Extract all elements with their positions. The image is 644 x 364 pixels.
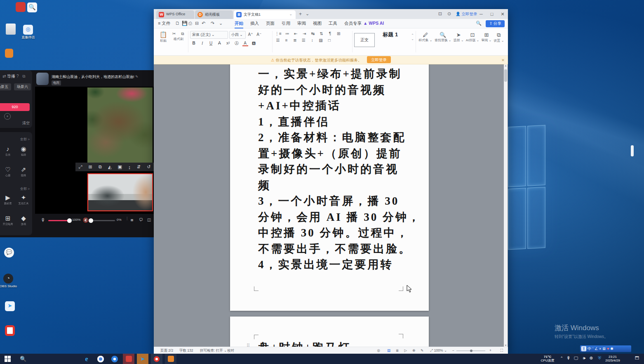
highlight-button[interactable]: Ⓐ xyxy=(234,40,240,46)
more-panel-icon[interactable]: ◫ xyxy=(147,217,151,222)
text-direction-button[interactable]: ↹ xyxy=(310,31,316,36)
tool-interactive[interactable]: ✦ 互动工具 xyxy=(16,194,31,206)
redo-icon[interactable]: ↷ xyxy=(211,21,214,26)
ime-chinese-mode-icon[interactable]: 中 xyxy=(588,346,591,352)
start-button[interactable] xyxy=(2,354,13,364)
fit-page-icon[interactable]: ⤢ xyxy=(430,347,433,354)
shading-button[interactable]: ▨ xyxy=(318,38,324,43)
taskbar-live-companion-active[interactable]: ➤ xyxy=(137,354,148,364)
edit-mode-icon[interactable]: ✎ xyxy=(421,347,423,354)
decrease-font-icon[interactable]: A⁻ xyxy=(256,32,262,37)
zoom-slider[interactable] xyxy=(456,350,485,351)
zoom-out-button[interactable]: − xyxy=(452,347,454,354)
taskbar-browser-blue[interactable] xyxy=(109,354,120,364)
video-source-outdoor[interactable] xyxy=(87,87,153,164)
help-icon[interactable]: ? xyxy=(16,74,19,78)
show-marks-button[interactable]: ¶ xyxy=(327,31,333,36)
ime-punctuation-icon[interactable]: ’ xyxy=(592,347,593,351)
desktop-icon-live-companion[interactable]: ◎ 直播伴侣 xyxy=(15,25,41,39)
microphone-icon[interactable]: 🎙 xyxy=(41,217,45,222)
undo-icon[interactable]: ↶ xyxy=(202,21,205,26)
mirror-icon[interactable]: ⇵ xyxy=(137,164,141,170)
tool-luckybag[interactable]: ◉ 福袋 xyxy=(16,145,31,157)
menu-tab-insert[interactable]: 插入 xyxy=(250,21,259,26)
taskbar-orange-app-running[interactable] xyxy=(165,354,176,364)
print-icon[interactable]: ⎙ xyxy=(188,21,192,26)
menu-tab-tools[interactable]: 工具 xyxy=(329,21,337,26)
status-spellcheck[interactable]: 拼写检查: 打开 ⌄ xyxy=(200,347,227,354)
underline-button[interactable]: U xyxy=(208,41,214,45)
tool-wish[interactable]: ♡ 心愿 xyxy=(1,166,15,177)
tool-media-library[interactable]: ▶ 素材库 xyxy=(1,194,15,206)
tool-game[interactable]: ◆ 游戏 xyxy=(16,215,31,226)
align-center-button[interactable]: ≡ xyxy=(284,38,289,43)
status-words[interactable]: 字数 132 xyxy=(179,347,193,354)
review-button[interactable]: ⊞ 审阅 ⌄ xyxy=(481,32,491,43)
align-right-button[interactable]: ≣ xyxy=(292,38,298,43)
bold-button[interactable]: B xyxy=(191,41,197,45)
font-name-combo[interactable]: 宋体 (正文) ⌄ xyxy=(190,31,228,39)
desktop-icon-search-app[interactable]: 🔍 xyxy=(19,2,45,13)
menu-tab-home[interactable]: 开始 xyxy=(235,21,243,28)
view-web-icon[interactable]: ⊕ xyxy=(412,347,415,354)
notice-login-button[interactable]: 立即登录 xyxy=(367,56,391,63)
document-area[interactable]: 一，实景+绿布+提前录制 好的一个小时的音视频 +AI+中控插话 1，直播伴侣 … xyxy=(154,64,508,347)
sidebar-handle[interactable] xyxy=(631,145,634,156)
tray-network-icon[interactable]: ⊕ xyxy=(590,356,593,360)
video-source-indoor-selected[interactable] xyxy=(87,173,153,211)
save-icon[interactable]: 💾 xyxy=(182,21,188,26)
status-proofread[interactable]: 校对 xyxy=(227,347,234,354)
share-button[interactable]: ⇪ 分享 xyxy=(486,20,505,27)
line-spacing-button[interactable]: ↕ xyxy=(309,38,315,43)
new-doc-icon[interactable]: 🗋 xyxy=(175,21,180,26)
view-outline-icon[interactable]: ≣ xyxy=(396,347,399,354)
tools-more-link-1[interactable]: 全部 > xyxy=(20,137,30,142)
font-color-button[interactable]: A xyxy=(242,41,248,46)
desktop-icon-blue-arrow-app[interactable]: ➤ xyxy=(0,301,23,312)
preview-icon[interactable]: ⊟ xyxy=(195,21,199,26)
close-button[interactable]: ✕ xyxy=(497,9,508,19)
tab-list-button[interactable]: ⌄ xyxy=(306,11,309,17)
document-page-1[interactable]: 一，实景+绿布+提前录制 好的一个小时的音视频 +AI+中控插话 1，直播伴侣 … xyxy=(230,64,429,311)
rotate-icon[interactable]: ↺ xyxy=(147,164,150,170)
zoom-in-button[interactable]: + xyxy=(489,347,491,354)
justify-button[interactable]: ☰ xyxy=(301,38,306,43)
crop-icon[interactable]: ▣ xyxy=(118,164,122,170)
italic-button[interactable]: I xyxy=(200,41,205,45)
tool-boost[interactable]: ⇗ 助推 xyxy=(16,166,31,177)
layout-toggle-icon[interactable]: ⊡ xyxy=(438,11,442,17)
scene-tab-6[interactable]: 场景六 xyxy=(14,83,31,90)
paragraph-drag-handle[interactable]: ⠿ xyxy=(247,343,250,347)
styles-scroll-up[interactable]: ⌃⌄ xyxy=(411,33,414,41)
scene-tab-5[interactable]: 场景五 xyxy=(0,83,11,90)
speaker-muted-icon[interactable]: 🔇 xyxy=(83,217,89,223)
tool-music[interactable]: ♪ 音乐 xyxy=(1,145,15,157)
align-left-button[interactable]: ☰ xyxy=(275,38,281,43)
strikethrough-button[interactable]: A xyxy=(216,41,222,45)
ime-settings-icon[interactable]: ✱ xyxy=(610,347,613,351)
copy-button[interactable]: ⧉ xyxy=(180,31,186,36)
fullscreen-toggle-icon[interactable]: ⛶ xyxy=(501,347,503,354)
settings-gear-icon[interactable]: ⊙ xyxy=(447,11,451,17)
cpu-temp-widget[interactable]: 71°C CPU温度 xyxy=(539,355,556,362)
taskbar-search-button[interactable]: 🔍 xyxy=(17,354,29,364)
ribbon-search-icon[interactable]: 🔍 xyxy=(476,21,482,26)
expand-icon[interactable]: ⧉ xyxy=(22,74,25,78)
scene-badge[interactable]: 920 xyxy=(0,103,30,111)
grid-icon[interactable]: ⊞ xyxy=(89,164,92,170)
style-heading1[interactable]: 标题 1 xyxy=(376,31,405,38)
tab-menu-chevron[interactable]: ⌄ xyxy=(289,12,292,16)
titlebar-login-link[interactable]: 👤 立即登录 xyxy=(456,12,477,17)
char-shading-button[interactable]: 🅰 xyxy=(251,41,256,46)
taskbar-edge[interactable]: e xyxy=(81,354,92,364)
swap-icon[interactable]: ⇄ xyxy=(2,74,6,78)
tray-microphone-icon[interactable]: 🎙 xyxy=(566,356,571,360)
mic-volume-slider[interactable] xyxy=(48,220,70,221)
taskbar-red-o-app-running[interactable] xyxy=(151,354,162,364)
desktop-icon-orange-app[interactable] xyxy=(0,49,22,59)
zoom-value[interactable]: 100% ⌄ xyxy=(434,347,447,354)
document-page-2[interactable]: ⠿ 盘+时钟+跑马灯 xyxy=(230,317,429,347)
numbering-button[interactable]: ≔ xyxy=(284,31,290,36)
view-play-icon[interactable]: ▷ xyxy=(404,347,407,354)
flip-horizontal-icon[interactable]: ◭ xyxy=(108,164,111,170)
